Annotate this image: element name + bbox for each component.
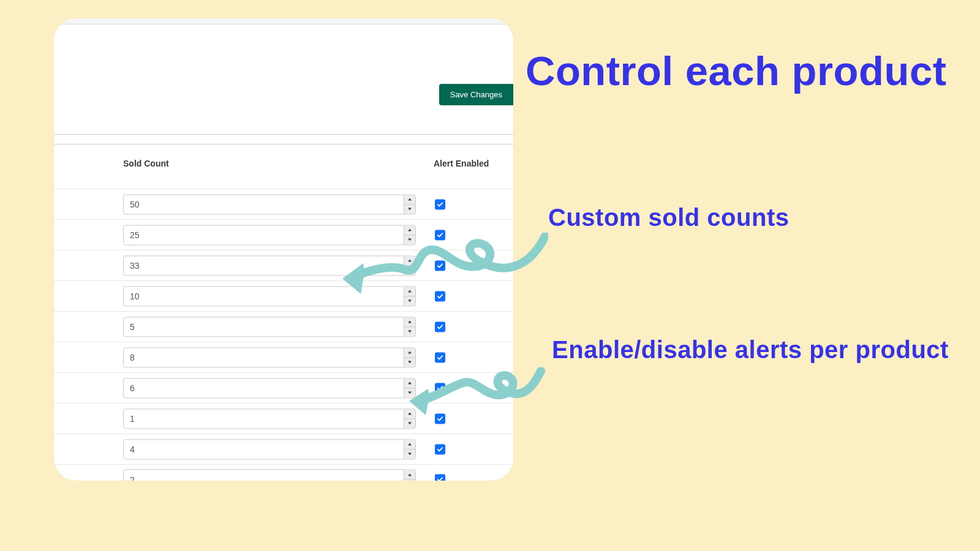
alert-enabled-checkbox-wrap <box>435 352 445 362</box>
check-icon <box>437 446 443 452</box>
chevron-down-icon <box>408 239 412 241</box>
stepper-down-button[interactable] <box>404 357 415 367</box>
alert-enabled-checkbox[interactable] <box>435 352 445 362</box>
stepper-down-button[interactable] <box>404 234 415 244</box>
sold-count-stepper[interactable] <box>123 194 416 214</box>
sold-count-input[interactable] <box>124 287 404 305</box>
alert-enabled-checkbox[interactable] <box>435 444 445 454</box>
chevron-down-icon <box>408 453 412 455</box>
stepper-up-button[interactable] <box>404 317 415 326</box>
alert-enabled-checkbox-wrap <box>435 413 445 424</box>
number-spinner <box>404 195 415 214</box>
column-header-alert-enabled: Alert Enabled <box>434 159 489 168</box>
sold-count-input[interactable] <box>124 409 404 428</box>
number-spinner <box>404 409 415 428</box>
sold-count-stepper[interactable] <box>123 286 416 306</box>
sold-count-stepper[interactable] <box>123 317 416 337</box>
stepper-up-button[interactable] <box>404 378 415 388</box>
chevron-down-icon <box>408 269 412 272</box>
stepper-up-button[interactable] <box>404 256 415 265</box>
check-icon <box>437 201 443 208</box>
alert-enabled-checkbox[interactable] <box>435 413 445 424</box>
alert-enabled-checkbox[interactable] <box>435 199 445 209</box>
sold-count-stepper[interactable] <box>123 439 416 459</box>
stepper-down-button[interactable] <box>404 479 415 481</box>
panel-header: Save Changes <box>54 24 513 135</box>
alert-enabled-checkbox-wrap <box>435 444 445 454</box>
sold-count-input[interactable] <box>124 317 404 336</box>
chevron-up-icon <box>408 321 412 323</box>
sold-count-stepper[interactable] <box>123 255 416 276</box>
check-icon <box>437 415 443 422</box>
stepper-up-button[interactable] <box>404 348 415 357</box>
number-spinner <box>404 348 415 367</box>
number-spinner <box>404 256 415 275</box>
sold-count-stepper[interactable] <box>123 470 416 481</box>
alert-enabled-checkbox-wrap <box>435 260 445 271</box>
check-icon <box>437 323 443 330</box>
alert-enabled-checkbox-wrap <box>435 199 445 209</box>
chevron-down-icon <box>408 300 412 302</box>
chevron-down-icon <box>408 422 412 425</box>
table-row <box>54 219 513 250</box>
stepper-up-button[interactable] <box>404 225 415 234</box>
check-icon <box>437 354 443 361</box>
sold-count-input[interactable] <box>124 195 404 214</box>
number-spinner <box>404 470 415 481</box>
table-column-headers: Sold Count Alert Enabled <box>54 144 513 182</box>
promo-text-region: Control each product <box>526 39 956 103</box>
sold-count-input[interactable] <box>124 225 404 244</box>
stepper-down-button[interactable] <box>404 204 415 214</box>
chevron-down-icon <box>408 208 412 211</box>
stepper-down-button[interactable] <box>404 449 415 459</box>
alert-enabled-checkbox[interactable] <box>435 291 445 301</box>
stepper-down-button[interactable] <box>404 265 415 275</box>
alert-enabled-checkbox-wrap <box>435 291 445 301</box>
alert-enabled-checkbox[interactable] <box>435 474 445 481</box>
number-spinner <box>404 317 415 336</box>
alert-enabled-checkbox[interactable] <box>435 383 445 393</box>
chevron-up-icon <box>408 443 412 446</box>
alert-enabled-checkbox[interactable] <box>435 230 445 240</box>
check-icon <box>437 231 443 238</box>
chevron-up-icon <box>408 473 412 476</box>
sold-count-stepper[interactable] <box>123 408 416 429</box>
alert-enabled-checkbox-wrap <box>435 383 445 393</box>
number-spinner <box>404 378 415 397</box>
sold-count-input[interactable] <box>124 470 404 481</box>
stepper-up-button[interactable] <box>404 195 415 204</box>
stepper-up-button[interactable] <box>404 287 415 296</box>
chevron-up-icon <box>408 413 412 415</box>
chevron-up-icon <box>408 260 412 262</box>
alert-enabled-checkbox[interactable] <box>435 321 445 332</box>
stepper-down-button[interactable] <box>404 296 415 305</box>
stepper-up-button[interactable] <box>404 440 415 449</box>
headline-text: Control each product <box>526 39 956 103</box>
admin-panel: Save Changes Sold Count Alert Enabled <box>54 18 513 481</box>
sold-count-input[interactable] <box>124 256 404 275</box>
chevron-up-icon <box>408 198 412 201</box>
stepper-down-button[interactable] <box>404 418 415 428</box>
stepper-down-button[interactable] <box>404 326 415 336</box>
sold-count-stepper[interactable] <box>123 225 416 245</box>
sold-count-input[interactable] <box>124 440 404 459</box>
caption-sold-counts: Custom sold counts <box>548 204 789 231</box>
alert-enabled-checkbox-wrap <box>435 230 445 240</box>
sold-count-stepper[interactable] <box>123 347 416 367</box>
chevron-down-icon <box>408 361 412 364</box>
chevron-up-icon <box>408 351 412 354</box>
chevron-down-icon <box>408 392 412 394</box>
column-header-sold-count: Sold Count <box>123 159 169 168</box>
sold-count-input[interactable] <box>124 348 404 367</box>
stepper-down-button[interactable] <box>404 388 415 397</box>
table-body <box>54 189 513 481</box>
stepper-up-button[interactable] <box>404 470 415 479</box>
save-changes-button[interactable]: Save Changes <box>439 84 513 105</box>
alert-enabled-checkbox[interactable] <box>435 260 445 271</box>
sold-count-input[interactable] <box>124 378 404 397</box>
check-icon <box>437 293 443 299</box>
sold-count-stepper[interactable] <box>123 378 416 398</box>
table-row <box>54 311 513 342</box>
alert-enabled-checkbox-wrap <box>435 474 445 481</box>
stepper-up-button[interactable] <box>404 409 415 418</box>
